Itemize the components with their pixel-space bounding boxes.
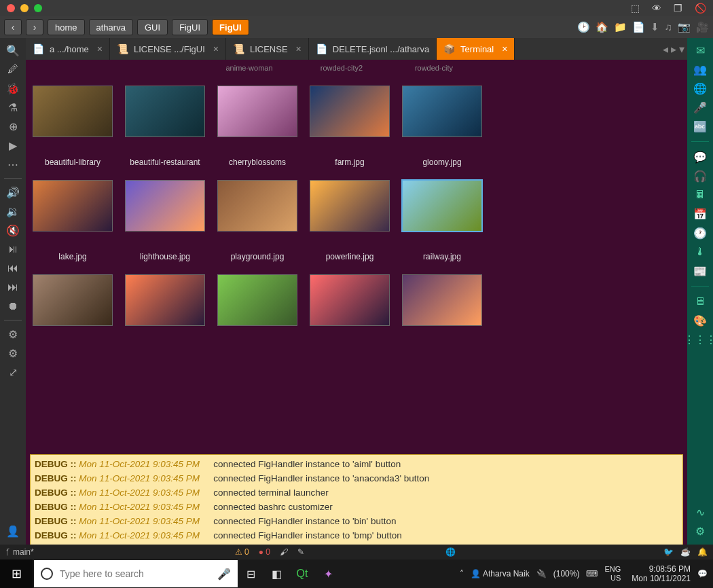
file-thumb[interactable]: beautiful-restaurant <box>125 86 205 168</box>
tab-deletejsonlatharva[interactable]: 📄DELETE.jsonl .../atharva <box>309 38 437 60</box>
file-thumb[interactable]: cherryblossoms <box>217 86 297 168</box>
forward-button[interactable]: › <box>26 19 43 35</box>
warnings-count[interactable]: ⚠ 0 <box>235 547 249 557</box>
leftrail-icon[interactable]: ⏮ <box>3 259 23 278</box>
close-icon[interactable]: × <box>97 43 103 54</box>
rightrail-icon[interactable]: ⚙ <box>690 521 710 540</box>
leftrail-icon[interactable]: ⤢ <box>3 363 23 382</box>
rightrail-icon[interactable]: 🖥 <box>690 292 710 311</box>
leftrail-icon[interactable]: ⏺ <box>3 297 23 316</box>
file-thumb[interactable]: railway.jpg <box>402 180 482 262</box>
breadcrumb-atharva[interactable]: atharva <box>89 19 133 35</box>
status-icon[interactable]: 🐦 <box>663 547 674 557</box>
rightrail-icon[interactable]: 🔤 <box>690 117 710 136</box>
file-thumb[interactable] <box>33 274 113 346</box>
leftrail-icon[interactable]: 👤 <box>3 521 23 540</box>
rightrail-icon[interactable]: 🎨 <box>690 311 710 330</box>
mic-icon[interactable]: 🎤 <box>217 568 231 581</box>
windows-icon[interactable]: ❐ <box>674 3 682 14</box>
minimize-dot[interactable] <box>20 4 29 12</box>
file-thumb[interactable]: powerline.jpg <box>310 180 390 262</box>
rightrail-icon[interactable]: 🎧 <box>690 166 710 185</box>
edit-icon[interactable]: ✎ <box>297 547 304 557</box>
tab-terminal[interactable]: 📦Terminal× <box>437 38 515 60</box>
rightrail-icon[interactable]: 📅 <box>690 204 710 223</box>
file-thumb[interactable]: lighthouse.jpg <box>125 180 205 262</box>
file-thumb[interactable]: playground.jpg <box>217 180 297 262</box>
tab-scroll[interactable]: ◂ ▸ ▾ <box>660 38 687 60</box>
globe-icon[interactable]: 🌐 <box>445 547 456 557</box>
leftrail-icon[interactable]: ⏭ <box>3 278 23 297</box>
leftrail-icon[interactable]: ⚙ <box>3 344 23 363</box>
search-input[interactable] <box>60 568 211 579</box>
file-thumb[interactable]: rowded-city <box>394 64 474 73</box>
file-grid[interactable]: anime-womanrowded-city2rowded-city beaut… <box>26 60 687 454</box>
tab-ahome[interactable]: 📄a .../home× <box>26 38 110 60</box>
breadcrumb-home[interactable]: home <box>48 19 85 35</box>
notifications-icon[interactable]: 💬 <box>697 569 708 578</box>
start-button[interactable]: ⊞ <box>0 559 33 588</box>
file-thumb[interactable]: farm.jpg <box>310 86 390 168</box>
breadcrumb-GUI[interactable]: GUI <box>137 19 168 35</box>
rightrail-icon[interactable]: 🌐 <box>690 79 710 98</box>
rightrail-icon[interactable]: 🌡 <box>690 242 710 261</box>
nav-icon[interactable]: 🏠 <box>596 21 608 33</box>
status-icon[interactable]: 🔔 <box>697 547 708 557</box>
back-button[interactable]: ‹ <box>4 19 22 35</box>
close-dot[interactable] <box>7 4 15 12</box>
close-icon[interactable]: × <box>213 43 219 54</box>
tray-chevron-icon[interactable]: ˄ <box>460 569 464 578</box>
file-thumb[interactable] <box>402 274 482 346</box>
status-icon[interactable]: ☕ <box>680 547 691 557</box>
clock[interactable]: 9:08:56 PMMon 10/11/2021 <box>632 564 691 584</box>
errors-count[interactable]: ● 0 <box>259 547 270 557</box>
taskview-icon[interactable]: ⊟ <box>238 559 263 588</box>
nav-icon[interactable]: 🕑 <box>577 21 590 33</box>
leftrail-icon[interactable]: 🔉 <box>3 202 23 221</box>
zoom-dot[interactable] <box>34 4 42 12</box>
breadcrumb-FigUI[interactable]: FigUI <box>212 19 249 35</box>
leftrail-icon[interactable]: 🖉 <box>3 60 23 79</box>
rightrail-icon[interactable]: 🖩 <box>690 185 710 204</box>
language-indicator[interactable]: ENGUS <box>604 565 621 583</box>
file-thumb[interactable] <box>217 274 297 346</box>
nav-icon[interactable]: ⬇ <box>651 21 659 33</box>
leftrail-icon[interactable]: ⚙ <box>3 325 23 344</box>
leftrail-icon[interactable]: ▶ <box>3 136 23 155</box>
power-icon[interactable]: 🔌 <box>536 569 547 578</box>
file-thumb[interactable] <box>125 274 205 346</box>
app-icon-2[interactable]: ✦ <box>315 559 341 588</box>
app-icon-1[interactable]: ◧ <box>263 559 289 588</box>
leftrail-icon[interactable]: 🔍 <box>3 41 23 60</box>
leftrail-icon[interactable]: ⋯ <box>3 155 23 174</box>
git-branch[interactable]: ᚶ main* <box>5 547 34 557</box>
file-thumb[interactable]: rowded-city2 <box>301 64 382 73</box>
nav-icon[interactable]: 🎥 <box>696 21 709 33</box>
debug-log[interactable]: DEBUG :: Mon 11-Oct-2021 9:03:45 PMconne… <box>30 454 683 559</box>
file-thumb[interactable]: gloomy.jpg <box>402 86 482 168</box>
file-thumb[interactable]: anime-woman <box>209 64 289 73</box>
leftrail-icon[interactable]: 🔇 <box>3 221 23 240</box>
file-thumb[interactable]: lake.jpg <box>33 180 113 262</box>
screenshot-icon[interactable]: ⬚ <box>631 3 640 14</box>
nav-icon[interactable]: 📄 <box>632 21 645 33</box>
rightrail-icon[interactable]: 🎤 <box>690 98 710 117</box>
leftrail-icon[interactable]: 🐞 <box>3 79 23 98</box>
rightrail-icon[interactable]: ✉ <box>690 41 710 60</box>
keyboard-icon[interactable]: ⌨ <box>586 569 598 578</box>
tab-license[interactable]: 📜LICENSE× <box>226 38 309 60</box>
tab-licensefigui[interactable]: 📜LICENSE .../FigUI× <box>110 38 226 60</box>
rightrail-icon[interactable]: 🕐 <box>690 223 710 242</box>
close-icon[interactable]: × <box>296 43 301 54</box>
leftrail-icon[interactable]: 🔊 <box>3 183 23 202</box>
nav-icon[interactable]: 📷 <box>678 21 691 33</box>
rightrail-icon[interactable]: ⋮⋮⋮ <box>690 330 710 349</box>
qt-icon[interactable]: Qt <box>289 559 315 588</box>
nav-icon[interactable]: ♫ <box>665 21 672 33</box>
search-box[interactable]: 🎤 <box>34 560 238 587</box>
eye-icon[interactable]: 👁 <box>652 3 661 14</box>
rightrail-icon[interactable]: 👥 <box>690 60 710 79</box>
brush-icon[interactable]: 🖌 <box>280 547 288 557</box>
leftrail-icon[interactable]: ⏯ <box>3 240 23 259</box>
file-thumb[interactable] <box>310 274 390 346</box>
